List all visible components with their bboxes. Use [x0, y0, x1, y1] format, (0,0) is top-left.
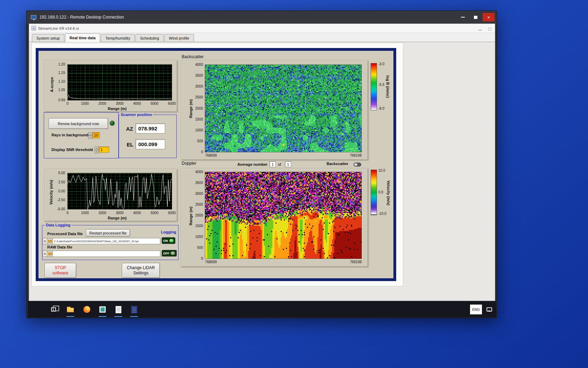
folder-browse-icon[interactable] [47, 251, 53, 257]
rdp-minimize-button[interactable] [457, 13, 469, 21]
el-value-display: 000.099 [135, 139, 165, 149]
ascope-ytick-label: 1.10 [58, 80, 65, 83]
tab-scheduling[interactable]: Scheduling [135, 34, 163, 42]
active-app-indicator [66, 316, 74, 317]
doppler-ytick-label: 0 [201, 257, 203, 260]
off-led-icon [170, 251, 175, 255]
raw-data-file-label: RAW Data file [47, 245, 72, 249]
backscatter-ytick-label: 0 [201, 150, 203, 154]
active-app-indicator [130, 316, 138, 317]
rays-in-background-label: Rays in background [51, 133, 88, 137]
backscatter-colorbar [371, 63, 377, 110]
az-label: AZ [126, 126, 133, 132]
renew-background-button[interactable]: Renew background now [49, 118, 108, 129]
file-explorer-icon[interactable] [66, 305, 75, 314]
logging-on-toggle[interactable]: ON [162, 237, 175, 244]
app-title: StreamLine XR v14-6.vi [38, 26, 79, 30]
processed-path-control[interactable]: C C:\Lidar\Data\Proc\2023\202309\2023090… [43, 238, 160, 244]
doppler-section-title: Doppler [182, 161, 196, 166]
photos-glyph [99, 306, 106, 313]
folder-icon [67, 308, 74, 312]
ascope-xtick-label: 1000 [81, 102, 89, 105]
rdp-close-button[interactable]: × [483, 13, 495, 21]
restart-processed-file-label: Restart processed file [89, 231, 126, 235]
velocity-ytick-label: 5.00 [58, 171, 65, 175]
change-lidar-settings-button[interactable]: Change LiDAR Settings [122, 263, 160, 278]
tab-system-setup[interactable]: System setup [32, 34, 64, 42]
velocity-ytick-label: -2.50 [57, 198, 65, 202]
app-minimize-icon[interactable] [478, 30, 482, 30]
average-total-input[interactable]: 1 [285, 161, 291, 167]
background-led [110, 121, 115, 126]
tab-real-time-data[interactable]: Real time data [65, 33, 100, 42]
doppler-colorbar [371, 170, 377, 215]
backscatter-toggle[interactable] [354, 163, 361, 166]
rays-value-input[interactable]: 10 [92, 132, 100, 138]
path-drive-box: C [43, 251, 47, 257]
backscatter-colorbar-tick: -8.0 [378, 107, 384, 110]
stop-software-button[interactable]: STOP software [44, 263, 76, 278]
change-button-line2: Settings [133, 271, 148, 276]
doppler-y-ticks: 40003500300025002000150010005000 [192, 169, 204, 267]
backscatter-x-start-label: 768699 [205, 154, 217, 157]
average-number-input[interactable]: 1 [270, 161, 276, 167]
scan-sched-app-icon[interactable] [114, 305, 123, 314]
snr-spinner[interactable]: ▲▼ [94, 146, 98, 153]
firefox-icon[interactable] [82, 305, 91, 314]
task-view-glyph [51, 307, 56, 312]
velocity-xtick-label: 0 [66, 211, 69, 215]
raw-off-toggle[interactable]: OFF [162, 250, 177, 257]
ascope-ytick-label: 1.20 [58, 63, 65, 66]
spinner-up-icon[interactable]: ▲ [88, 132, 92, 136]
processed-path-field[interactable]: C:\Lidar\Data\Proc\2023\202309\20230907\… [53, 238, 160, 244]
stop-button-line1: STOP [55, 265, 66, 271]
stop-button-line2: software [52, 271, 68, 276]
rdp-maximize-button[interactable] [470, 13, 482, 21]
raw-path-control[interactable]: C [43, 251, 160, 257]
velocity-ytick-label: 2.50 [58, 180, 65, 184]
velocity-xtick-label: 6000 [168, 211, 176, 215]
restart-processed-file-button[interactable]: Restart processed file [86, 229, 130, 237]
folder-browse-icon[interactable] [47, 238, 53, 244]
backscatter-toggle-label: Backscatter [327, 162, 348, 166]
spinner-down-icon[interactable]: ▼ [94, 150, 98, 154]
off-label: OFF [163, 252, 169, 255]
photos-app-icon[interactable] [98, 305, 107, 314]
close-icon: × [487, 15, 490, 20]
tab-wind-profile[interactable]: Wind profile [164, 34, 194, 42]
app-restore-icon[interactable] [488, 28, 491, 30]
velocity-ytick-label: 0.00 [58, 190, 65, 193]
doppler-ytick-label: 4000 [195, 170, 203, 174]
spinner-down-icon[interactable]: ▼ [88, 136, 92, 139]
raw-path-field[interactable] [53, 251, 160, 257]
velocity-xtick-label: 2000 [98, 211, 106, 215]
backscatter-ytick-label: 1500 [195, 118, 203, 121]
backscatter-ytick-label: 3000 [195, 85, 203, 88]
doppler-colorbar-tick: 10.0 [378, 169, 385, 172]
ascope-ytick-label: 0.99 [58, 98, 65, 102]
ascope-xtick-label: 2000 [98, 102, 106, 105]
velocity-x-ticks: 0100020003000400050006000 [45, 211, 178, 216]
snr-value-input[interactable]: 1 [99, 146, 109, 153]
ascope-x-axis-label: Range (m) [108, 107, 127, 111]
main-panel: A-scope 1.201.151.101.050.99 01000200030… [36, 48, 396, 281]
doppler-graph: Range (m) 400035003000250020001500100050… [181, 168, 368, 267]
of-label: of [278, 162, 281, 166]
backscatter-graph: Range (m) 400035003000250020001500100050… [181, 60, 368, 160]
app-titlebar: StreamLine XR v14-6.vi [29, 24, 495, 33]
chat-icon[interactable] [485, 305, 494, 314]
velocity-xtick-label: 4000 [133, 211, 141, 215]
rays-spinner[interactable]: ▲▼ [88, 132, 92, 138]
task-view-icon[interactable] [49, 305, 58, 314]
tab-temp-humidity[interactable]: Temp/humidity [101, 34, 135, 42]
labview-app-icon[interactable] [130, 305, 139, 314]
el-label: EL [127, 142, 133, 148]
processed-data-file-label: Processed Data file [47, 232, 83, 236]
app-vi-icon [31, 26, 36, 30]
backscatter-colorbar-tick: -3.0 [378, 62, 384, 66]
backscatter-colorbar-label: log B (/m/sr) [386, 65, 390, 109]
doppler-x-start-label: 768699 [205, 260, 217, 264]
language-indicator[interactable]: ENG [470, 305, 482, 314]
ascope-ytick-label: 1.05 [58, 88, 65, 92]
spinner-up-icon[interactable]: ▲ [94, 146, 98, 150]
